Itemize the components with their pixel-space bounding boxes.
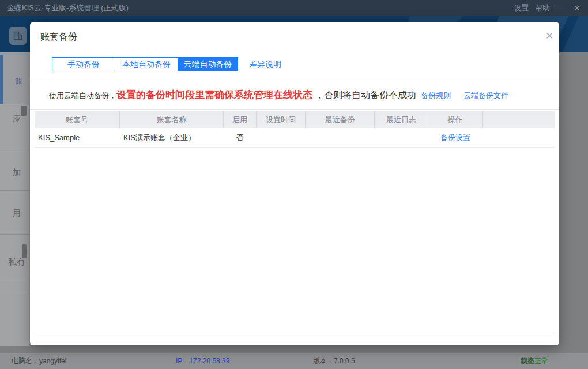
header-account-name: 账套名称 <box>120 111 224 128</box>
notice-prefix: 使用云端自动备份， <box>49 91 116 100</box>
header-account-no: 账套号 <box>35 111 120 128</box>
header-set-time: 设置时间 <box>257 111 306 128</box>
computer-name: 电脑名：yangyifei <box>12 353 66 369</box>
header-empty <box>483 111 555 128</box>
backup-tabs: 手动备份 本地自动备份 云端自动备份 <box>52 57 238 71</box>
header-action: 操作 <box>428 111 483 128</box>
dialog-title: 账套备份 <box>40 31 77 43</box>
cloud-backup-notice: 使用云端自动备份，设置的备份时间段里需确保系统管理在线状态，否则将自动备份不成功… <box>30 81 559 110</box>
minimize-icon[interactable]: — <box>555 0 563 16</box>
window-titlebar: 金蝶KIS云·专业版-系统管理 (正式版) 设置 帮助 — ✕ <box>0 0 588 16</box>
cloud-backup-files-link[interactable]: 云端备份文件 <box>463 91 508 100</box>
divider <box>0 292 30 292</box>
account-backup-table: 账套号 账套名称 启用 设置时间 最近备份 最近日志 操作 KIS_Sample… <box>35 111 555 148</box>
cell-account-no: KIS_Sample <box>35 128 120 147</box>
sidebar-item-encrypt[interactable]: 加 <box>13 168 21 178</box>
divider <box>0 104 30 104</box>
settings-menu-item[interactable]: 设置 <box>514 0 529 16</box>
ip-address: IP：172.20.58.39 <box>176 353 229 369</box>
cell-empty <box>483 128 555 147</box>
dialog-close-icon[interactable]: ✕ <box>543 30 556 43</box>
sidebar-item-accounts[interactable]: 账 <box>15 76 22 86</box>
backup-rules-link[interactable]: 备份规则 <box>421 91 451 100</box>
tab-local-auto-backup[interactable]: 本地自动备份 <box>115 57 178 71</box>
cell-set-time <box>257 128 306 147</box>
sidebar-item-apps[interactable]: 应 <box>13 114 21 125</box>
divider <box>35 333 555 333</box>
sidebar-item-users[interactable]: 用 <box>13 208 21 219</box>
version-info: 版本：7.0.0.5 <box>313 353 355 369</box>
notice-suffix: ，否则将自动备份不成功 <box>315 90 416 100</box>
table-row: KIS_Sample KIS演示账套（企业） 否 备份设置 <box>35 128 555 148</box>
divider <box>0 148 30 148</box>
cell-recent-log <box>375 128 428 147</box>
tab-manual-backup[interactable]: 手动备份 <box>52 57 115 71</box>
sidebar-accent-strip <box>0 55 3 104</box>
app-window: 金蝶KIS云·专业版-系统管理 (正式版) 设置 帮助 — ✕ <box>0 0 588 369</box>
cell-enabled: 否 <box>224 128 257 147</box>
company-icon <box>9 27 27 45</box>
network-status: 状态：网络正常 <box>521 353 548 369</box>
sidebar-icon-fragment <box>21 106 27 116</box>
sidebar-item-private-cloud[interactable]: 私有 <box>8 257 25 268</box>
header-recent-backup: 最近备份 <box>306 111 375 128</box>
notice-warning: 设置的备份时间段里需确保系统管理在线状态 <box>116 89 312 100</box>
header-enabled: 启用 <box>224 111 257 128</box>
backup-dialog: 账套备份 ✕ 手动备份 本地自动备份 云端自动备份 差异说明 使用云端自动备份，… <box>30 22 559 345</box>
divider <box>0 190 30 191</box>
window-title: 金蝶KIS云·专业版-系统管理 (正式版) <box>7 0 129 16</box>
divider <box>0 277 30 277</box>
backup-settings-link[interactable]: 备份设置 <box>440 133 470 142</box>
background-sidebar: 账 应 加 用 私有 <box>0 52 30 346</box>
window-close-icon[interactable]: ✕ <box>574 0 581 16</box>
cell-account-name: KIS演示账套（企业） <box>120 128 224 147</box>
cell-recent-backup <box>306 128 375 147</box>
status-bar: 电脑名：yangyifei IP：172.20.58.39 版本：7.0.0.5… <box>0 353 588 369</box>
divider <box>0 234 30 235</box>
tab-cloud-auto-backup[interactable]: 云端自动备份 <box>178 57 238 71</box>
status-label: 状态： <box>521 353 541 369</box>
table-header-row: 账套号 账套名称 启用 设置时间 最近备份 最近日志 操作 <box>35 111 555 128</box>
tab-difference-note[interactable]: 差异说明 <box>249 57 281 71</box>
header-recent-log: 最近日志 <box>375 111 428 128</box>
cell-action: 备份设置 <box>428 128 483 147</box>
help-menu-item[interactable]: 帮助 <box>535 0 550 16</box>
